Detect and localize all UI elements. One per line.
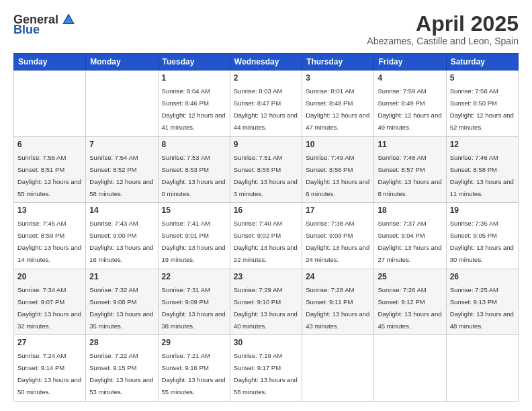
- day-number: 11: [378, 140, 442, 149]
- day-number: 17: [306, 205, 370, 215]
- day-number: 7: [89, 140, 154, 149]
- header: General Blue April 2025 Abezames, Castil…: [13, 12, 519, 46]
- day-number: 9: [234, 140, 298, 149]
- day-info: Sunrise: 7:25 AMSunset: 9:13 PMDaylight:…: [450, 286, 514, 330]
- day-number: 8: [162, 140, 226, 149]
- calendar-cell: 18 Sunrise: 7:37 AMSunset: 9:04 PMDaylig…: [374, 203, 446, 269]
- day-info: Sunrise: 7:56 AMSunset: 8:51 PMDaylight:…: [17, 154, 81, 197]
- calendar-cell: 6 Sunrise: 7:56 AMSunset: 8:51 PMDayligh…: [14, 136, 86, 203]
- day-info: Sunrise: 7:51 AMSunset: 8:55 PMDaylight:…: [234, 154, 298, 197]
- day-info: Sunrise: 7:37 AMSunset: 9:04 PMDaylight:…: [378, 220, 441, 263]
- calendar-cell: 16 Sunrise: 7:40 AMSunset: 9:02 PMDaylig…: [230, 203, 302, 269]
- header-thursday: Thursday: [302, 54, 374, 71]
- logo-blue-text: Blue: [13, 23, 40, 37]
- day-info: Sunrise: 8:01 AMSunset: 8:48 PMDaylight:…: [306, 87, 369, 131]
- day-number: 21: [89, 272, 154, 281]
- calendar-cell: 19 Sunrise: 7:35 AMSunset: 9:05 PMDaylig…: [446, 203, 518, 269]
- calendar-cell: 26 Sunrise: 7:25 AMSunset: 9:13 PMDaylig…: [446, 269, 518, 335]
- day-info: Sunrise: 7:21 AMSunset: 9:16 PMDaylight:…: [162, 352, 226, 396]
- day-number: 15: [162, 205, 226, 215]
- day-info: Sunrise: 7:28 AMSunset: 9:11 PMDaylight:…: [306, 286, 369, 330]
- week-row-3: 13 Sunrise: 7:45 AMSunset: 8:59 PMDaylig…: [14, 203, 519, 269]
- day-number: 18: [378, 205, 442, 215]
- day-number: 20: [17, 272, 82, 281]
- day-info: Sunrise: 7:26 AMSunset: 9:12 PMDaylight:…: [378, 286, 441, 330]
- day-info: Sunrise: 7:49 AMSunset: 8:56 PMDaylight:…: [306, 154, 369, 197]
- day-number: 2: [234, 73, 298, 83]
- calendar-cell: 25 Sunrise: 7:26 AMSunset: 9:12 PMDaylig…: [374, 269, 446, 335]
- month-title: April 2025: [367, 12, 519, 36]
- calendar-cell: 28 Sunrise: 7:22 AMSunset: 9:15 PMDaylig…: [86, 335, 158, 402]
- calendar-cell: [446, 335, 518, 402]
- day-number: 23: [234, 272, 298, 281]
- logo-icon: [61, 12, 76, 27]
- day-number: 6: [17, 140, 82, 149]
- day-info: Sunrise: 7:24 AMSunset: 9:14 PMDaylight:…: [17, 352, 81, 396]
- week-row-4: 20 Sunrise: 7:34 AMSunset: 9:07 PMDaylig…: [14, 269, 519, 335]
- calendar-cell: 9 Sunrise: 7:51 AMSunset: 8:55 PMDayligh…: [230, 136, 302, 203]
- calendar-cell: 3 Sunrise: 8:01 AMSunset: 8:48 PMDayligh…: [302, 71, 374, 137]
- logo: General Blue: [13, 12, 76, 37]
- week-row-1: 1 Sunrise: 8:04 AMSunset: 8:46 PMDayligh…: [14, 71, 519, 137]
- header-sunday: Sunday: [14, 54, 86, 71]
- day-info: Sunrise: 7:48 AMSunset: 8:57 PMDaylight:…: [378, 154, 441, 197]
- header-saturday: Saturday: [446, 54, 518, 71]
- location-title: Abezames, Castille and Leon, Spain: [367, 36, 519, 46]
- calendar-cell: 1 Sunrise: 8:04 AMSunset: 8:46 PMDayligh…: [158, 71, 230, 137]
- header-monday: Monday: [86, 54, 158, 71]
- day-number: 13: [17, 205, 82, 215]
- day-info: Sunrise: 7:22 AMSunset: 9:15 PMDaylight:…: [89, 352, 153, 396]
- day-info: Sunrise: 7:53 AMSunset: 8:53 PMDaylight:…: [162, 154, 226, 197]
- week-row-5: 27 Sunrise: 7:24 AMSunset: 9:14 PMDaylig…: [14, 335, 519, 402]
- calendar-cell: 5 Sunrise: 7:58 AMSunset: 8:50 PMDayligh…: [446, 71, 518, 137]
- day-info: Sunrise: 7:19 AMSunset: 9:17 PMDaylight:…: [234, 352, 298, 396]
- header-wednesday: Wednesday: [230, 54, 302, 71]
- day-number: 14: [89, 205, 154, 215]
- day-info: Sunrise: 7:31 AMSunset: 9:09 PMDaylight:…: [162, 286, 226, 330]
- calendar-cell: 17 Sunrise: 7:38 AMSunset: 9:03 PMDaylig…: [302, 203, 374, 269]
- calendar-cell: 24 Sunrise: 7:28 AMSunset: 9:11 PMDaylig…: [302, 269, 374, 335]
- day-number: 27: [17, 338, 82, 347]
- day-info: Sunrise: 7:58 AMSunset: 8:50 PMDaylight:…: [450, 87, 514, 131]
- day-number: 28: [89, 338, 154, 347]
- day-info: Sunrise: 7:43 AMSunset: 9:00 PMDaylight:…: [89, 220, 153, 263]
- calendar-cell: 21 Sunrise: 7:32 AMSunset: 9:08 PMDaylig…: [86, 269, 158, 335]
- day-info: Sunrise: 7:45 AMSunset: 8:59 PMDaylight:…: [17, 220, 81, 263]
- day-info: Sunrise: 7:54 AMSunset: 8:52 PMDaylight:…: [89, 154, 153, 197]
- calendar-cell: 8 Sunrise: 7:53 AMSunset: 8:53 PMDayligh…: [158, 136, 230, 203]
- day-number: 29: [162, 338, 226, 347]
- day-info: Sunrise: 8:03 AMSunset: 8:47 PMDaylight:…: [234, 87, 298, 131]
- calendar-table: Sunday Monday Tuesday Wednesday Thursday…: [13, 53, 519, 402]
- day-number: 30: [234, 338, 298, 347]
- week-row-2: 6 Sunrise: 7:56 AMSunset: 8:51 PMDayligh…: [14, 136, 519, 203]
- header-tuesday: Tuesday: [158, 54, 230, 71]
- weekday-header-row: Sunday Monday Tuesday Wednesday Thursday…: [14, 54, 519, 71]
- day-info: Sunrise: 7:34 AMSunset: 9:07 PMDaylight:…: [17, 286, 81, 330]
- day-number: 22: [162, 272, 226, 281]
- calendar-cell: [86, 71, 158, 137]
- calendar-cell: 7 Sunrise: 7:54 AMSunset: 8:52 PMDayligh…: [86, 136, 158, 203]
- day-number: 10: [306, 140, 370, 149]
- calendar-cell: 29 Sunrise: 7:21 AMSunset: 9:16 PMDaylig…: [158, 335, 230, 402]
- calendar-cell: 27 Sunrise: 7:24 AMSunset: 9:14 PMDaylig…: [14, 335, 86, 402]
- calendar-cell: 30 Sunrise: 7:19 AMSunset: 9:17 PMDaylig…: [230, 335, 302, 402]
- day-info: Sunrise: 7:40 AMSunset: 9:02 PMDaylight:…: [234, 220, 298, 263]
- calendar-cell: 22 Sunrise: 7:31 AMSunset: 9:09 PMDaylig…: [158, 269, 230, 335]
- calendar-cell: [14, 71, 86, 137]
- calendar-cell: 12 Sunrise: 7:46 AMSunset: 8:58 PMDaylig…: [446, 136, 518, 203]
- calendar-cell: [302, 335, 374, 402]
- day-number: 12: [450, 140, 515, 149]
- header-friday: Friday: [374, 54, 446, 71]
- title-section: April 2025 Abezames, Castille and Leon, …: [367, 12, 519, 46]
- day-number: 16: [234, 205, 298, 215]
- day-number: 5: [450, 73, 515, 83]
- day-number: 4: [378, 73, 442, 83]
- day-info: Sunrise: 7:32 AMSunset: 9:08 PMDaylight:…: [89, 286, 153, 330]
- day-info: Sunrise: 7:46 AMSunset: 8:58 PMDaylight:…: [450, 154, 514, 197]
- calendar-cell: 4 Sunrise: 7:59 AMSunset: 8:49 PMDayligh…: [374, 71, 446, 137]
- calendar-cell: 14 Sunrise: 7:43 AMSunset: 9:00 PMDaylig…: [86, 203, 158, 269]
- day-number: 3: [306, 73, 370, 83]
- calendar-cell: [374, 335, 446, 402]
- calendar-cell: 20 Sunrise: 7:34 AMSunset: 9:07 PMDaylig…: [14, 269, 86, 335]
- day-info: Sunrise: 7:41 AMSunset: 9:01 PMDaylight:…: [162, 220, 226, 263]
